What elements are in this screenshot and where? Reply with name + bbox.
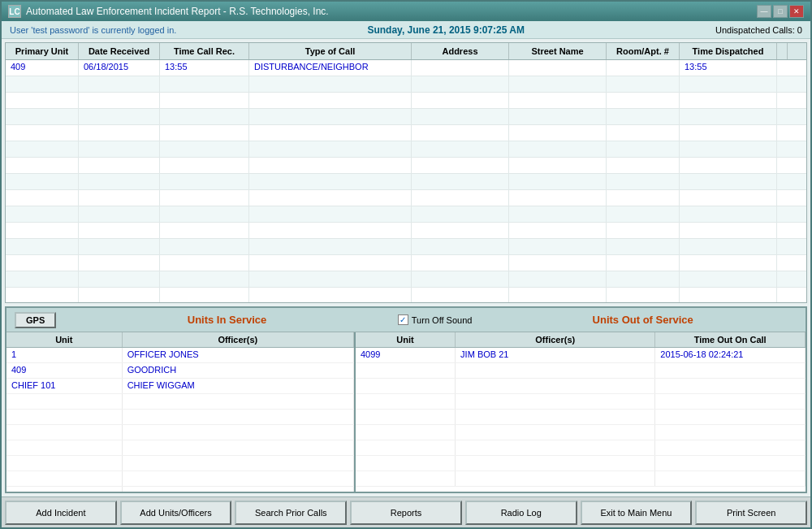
table-row[interactable]	[6, 125, 806, 141]
table-row[interactable]	[6, 190, 806, 206]
table-cell	[607, 76, 680, 92]
table-row[interactable]	[6, 141, 806, 158]
table-cell	[249, 76, 412, 92]
table-cell	[412, 158, 509, 173]
close-button[interactable]: ✕	[789, 5, 804, 18]
table-row[interactable]	[6, 158, 806, 174]
table-cell	[509, 141, 607, 157]
unit-out-row-empty	[356, 456, 806, 471]
table-cell	[79, 93, 160, 108]
maximize-button[interactable]: □	[773, 5, 788, 18]
table-cell	[412, 60, 509, 76]
table-cell	[607, 158, 680, 173]
turn-off-sound-control[interactable]: ✓ Turn Off Sound	[398, 314, 473, 325]
user-status: User 'test password' is currently logged…	[10, 25, 176, 35]
table-row[interactable]	[6, 239, 806, 255]
table-cell	[607, 125, 680, 141]
add-incident-button[interactable]: Add Incident	[5, 501, 117, 525]
col-type-of-call: Type of Call	[249, 43, 412, 59]
unit-cell: GOODRICH	[123, 363, 354, 378]
main-content: Primary Unit Date Received Time Call Rec…	[2, 39, 810, 496]
turn-off-sound-checkbox[interactable]: ✓	[398, 314, 408, 325]
exit-to-main-menu-button[interactable]: Exit to Main Menu	[581, 501, 693, 525]
table-cell	[607, 60, 680, 76]
table-cell	[607, 223, 680, 238]
table-cell	[6, 190, 79, 206]
table-cell	[249, 174, 412, 189]
minimize-button[interactable]: —	[757, 5, 771, 18]
table-row[interactable]	[6, 109, 806, 125]
table-cell	[509, 76, 607, 92]
table-cell	[160, 190, 249, 206]
bottom-section: GPS Units In Service ✓ Turn Off Sound Un…	[5, 306, 807, 493]
table-row[interactable]: 40906/18/201513:55DISTURBANCE/NEIGHBOR13…	[6, 60, 806, 76]
units-in-table-header: Unit Officer(s)	[6, 332, 354, 348]
units-out-table-body[interactable]: 4099JIM BOB 212015-06-18 02:24:21	[356, 348, 806, 492]
table-cell	[509, 93, 607, 108]
units-in-table-body[interactable]: 1OFFICER JONES409GOODRICHCHIEF 101CHIEF …	[6, 348, 354, 492]
col-time-call-rec: Time Call Rec.	[160, 43, 249, 59]
unit-cell: OFFICER JONES	[123, 348, 354, 362]
col-primary-unit: Primary Unit	[6, 43, 79, 59]
col-street-name: Street Name	[509, 43, 607, 59]
radio-log-button[interactable]: Radio Log	[465, 501, 577, 525]
table-cell	[6, 158, 79, 173]
table-cell	[79, 158, 160, 173]
table-row[interactable]	[6, 255, 806, 271]
table-cell	[607, 109, 680, 124]
table-row[interactable]	[6, 206, 806, 223]
table-row[interactable]	[6, 223, 806, 239]
turn-off-sound-label: Turn Off Sound	[412, 315, 473, 325]
title-bar-left: LC Automated Law Enforcement Incident Re…	[8, 5, 329, 18]
window-title: Automated Law Enforcement Incident Repor…	[26, 6, 329, 17]
unit-in-row[interactable]: 409GOODRICH	[6, 363, 354, 379]
unit-out-row-empty	[356, 425, 806, 440]
table-row[interactable]	[6, 93, 806, 109]
table-cell	[680, 125, 777, 141]
info-bar: User 'test password' is currently logged…	[2, 21, 810, 39]
print-screen-button[interactable]: Print Screen	[695, 501, 807, 525]
table-cell	[6, 141, 79, 157]
table-row[interactable]	[6, 271, 806, 288]
table-cell	[412, 223, 509, 238]
table-cell	[509, 239, 607, 254]
table-cell: 409	[6, 60, 79, 76]
table-cell	[249, 158, 412, 173]
table-cell: DISTURBANCE/NEIGHBOR	[249, 60, 412, 76]
unit-out-row[interactable]: 4099JIM BOB 212015-06-18 02:24:21	[356, 348, 806, 363]
table-cell	[607, 190, 680, 206]
incidents-table-body[interactable]: 40906/18/201513:55DISTURBANCE/NEIGHBOR13…	[6, 60, 806, 302]
table-cell	[79, 141, 160, 157]
unit-out-row-empty	[356, 363, 806, 379]
table-row[interactable]	[6, 174, 806, 190]
table-row[interactable]	[6, 288, 806, 302]
units-out-table-header: Unit Officer(s) Time Out On Call	[356, 332, 806, 348]
add-units/officers-button[interactable]: Add Units/Officers	[120, 501, 232, 525]
reports-button[interactable]: Reports	[350, 501, 462, 525]
units-out-col-officers: Officer(s)	[456, 332, 655, 347]
table-cell	[680, 255, 777, 271]
unit-cell: 1	[6, 348, 123, 362]
table-cell	[680, 141, 777, 157]
search-prior-calls-button[interactable]: Search Prior Calls	[235, 501, 347, 525]
unit-in-row[interactable]: 1OFFICER JONES	[6, 348, 354, 363]
table-cell	[680, 109, 777, 124]
table-cell	[160, 109, 249, 124]
table-cell	[79, 223, 160, 238]
table-cell	[412, 93, 509, 108]
table-cell	[6, 239, 79, 254]
gps-button[interactable]: GPS	[15, 312, 56, 328]
table-cell	[680, 158, 777, 173]
undispatched-calls: Undispatched Calls: 0	[715, 25, 802, 35]
unit-in-row[interactable]: CHIEF 101CHIEF WIGGAM	[6, 379, 354, 394]
unit-in-row-empty	[6, 410, 354, 425]
table-cell	[160, 174, 249, 189]
table-cell	[79, 206, 160, 222]
table-cell	[509, 60, 607, 76]
incidents-table-section: Primary Unit Date Received Time Call Rec…	[5, 42, 807, 303]
table-cell	[412, 288, 509, 302]
table-row[interactable]	[6, 76, 806, 93]
table-cell	[249, 271, 412, 287]
table-cell	[509, 174, 607, 189]
table-cell	[509, 125, 607, 141]
